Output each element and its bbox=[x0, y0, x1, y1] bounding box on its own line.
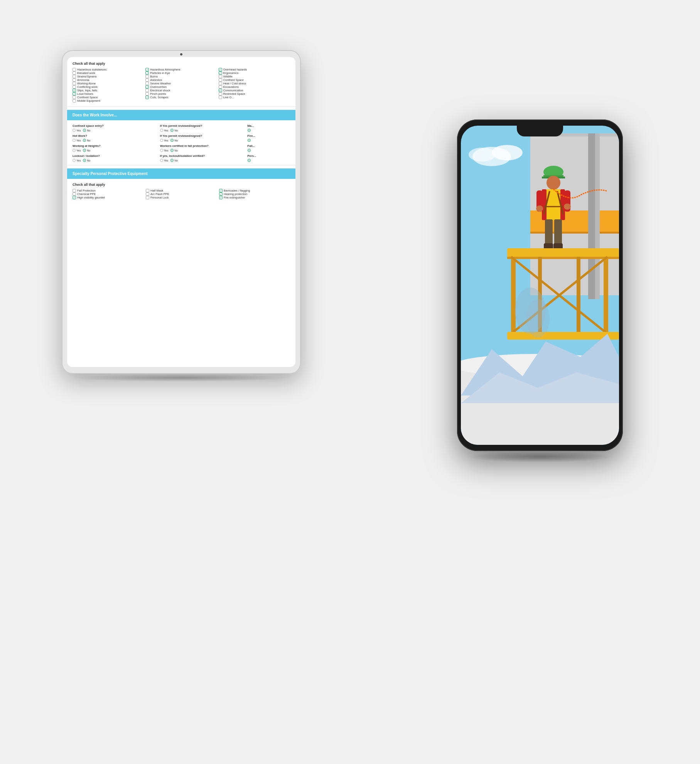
radio-yes[interactable] bbox=[160, 159, 163, 162]
checkbox-checked[interactable]: ✓ bbox=[219, 192, 223, 196]
checkbox[interactable] bbox=[219, 78, 222, 82]
work-question: Working at Heights? Yes No bbox=[73, 144, 158, 152]
checkbox[interactable] bbox=[73, 85, 76, 89]
work-question: If Yes permit reviewed/signed? Yes No bbox=[160, 134, 245, 142]
checkbox[interactable] bbox=[73, 71, 76, 75]
svg-point-25 bbox=[564, 204, 571, 210]
tablet-shadow bbox=[73, 374, 289, 382]
checkbox[interactable] bbox=[219, 82, 222, 85]
radio-selected[interactable] bbox=[248, 129, 251, 132]
radio-row: Yes No bbox=[73, 139, 158, 142]
ppe-col3: ✓ Barricades / flagging ✓ Hearing protec… bbox=[219, 189, 290, 199]
checkbox[interactable] bbox=[146, 189, 149, 192]
radio-no[interactable] bbox=[83, 149, 86, 152]
phone-shadow bbox=[467, 451, 613, 463]
radio-yes[interactable] bbox=[160, 139, 163, 142]
svg-rect-27 bbox=[554, 219, 562, 244]
checkbox[interactable] bbox=[145, 92, 149, 96]
work-question: Lockout / isolation? Yes No bbox=[73, 154, 158, 162]
radio-yes[interactable] bbox=[73, 129, 76, 132]
ppe-col1: Fall Protection Chemical PPE ✓ High visi… bbox=[73, 189, 143, 199]
radio-selected[interactable] bbox=[248, 149, 251, 152]
checkbox-checked[interactable]: ✓ bbox=[145, 96, 149, 99]
checkbox[interactable] bbox=[73, 82, 76, 85]
svg-rect-35 bbox=[577, 257, 580, 334]
list-item: ✓ Cuts, Scrapes bbox=[145, 96, 217, 99]
list-item: Elevated work bbox=[73, 71, 144, 75]
work-question-truncated: Fire... bbox=[248, 134, 290, 142]
checkbox-checked[interactable]: ✓ bbox=[73, 89, 76, 92]
list-item: Excavations bbox=[219, 85, 290, 89]
list-item: Wildlife bbox=[219, 75, 290, 78]
radio-no[interactable] bbox=[170, 149, 174, 152]
radio-no[interactable] bbox=[170, 159, 174, 162]
radio-yes[interactable] bbox=[160, 149, 163, 152]
checkbox[interactable] bbox=[146, 196, 149, 199]
checkbox-checked[interactable]: ✓ bbox=[73, 92, 76, 96]
checkbox-checked[interactable]: ✓ bbox=[219, 189, 223, 192]
list-item: Personal Lock bbox=[146, 196, 217, 199]
radio-row: Yes No bbox=[160, 159, 245, 162]
checkbox[interactable] bbox=[73, 75, 76, 78]
checkbox-checked[interactable]: ✓ bbox=[145, 71, 149, 75]
svg-point-24 bbox=[536, 205, 543, 212]
list-item: Working Alone bbox=[73, 82, 144, 85]
svg-rect-32 bbox=[511, 257, 516, 334]
checkbox[interactable] bbox=[145, 89, 149, 92]
work-question: Workers certified in fall protection? Ye… bbox=[160, 144, 245, 152]
checkbox-checked[interactable]: ✓ bbox=[145, 68, 149, 71]
checkbox[interactable] bbox=[73, 78, 76, 82]
checkbox-checked[interactable]: ✓ bbox=[219, 71, 222, 75]
radio-row: Yes No bbox=[73, 159, 158, 162]
checkbox[interactable] bbox=[219, 75, 222, 78]
checkbox[interactable] bbox=[145, 82, 149, 85]
list-item: ✓ Communication bbox=[219, 89, 290, 92]
radio-yes[interactable] bbox=[73, 149, 76, 152]
checkbox[interactable] bbox=[73, 99, 76, 103]
checkbox[interactable] bbox=[219, 96, 222, 99]
checkbox-checked[interactable]: ✓ bbox=[73, 196, 76, 199]
radio-no[interactable] bbox=[83, 129, 86, 132]
ppe-grid: Fall Protection Chemical PPE ✓ High visi… bbox=[73, 189, 290, 199]
checkbox[interactable] bbox=[219, 92, 222, 96]
work-question: If yes, lockout/isolation verified? Yes … bbox=[160, 154, 245, 162]
svg-rect-11 bbox=[595, 133, 600, 299]
radio-no[interactable] bbox=[83, 159, 86, 162]
radio-selected[interactable] bbox=[248, 159, 251, 162]
checkbox[interactable] bbox=[145, 75, 149, 78]
checkbox-checked[interactable]: ✓ bbox=[219, 196, 223, 199]
checkbox[interactable] bbox=[73, 192, 76, 196]
svg-point-2 bbox=[492, 145, 523, 160]
work-question-truncated: Ma... bbox=[248, 124, 290, 132]
work-question: If Yes permit reviewed/signed? Yes No bbox=[160, 124, 245, 132]
radio-row bbox=[248, 159, 290, 162]
radio-yes[interactable] bbox=[160, 129, 163, 132]
list-item: Mobile Equipment bbox=[73, 99, 144, 103]
list-item: ✓ Overhead hazards bbox=[219, 68, 290, 71]
checkbox[interactable] bbox=[73, 96, 76, 99]
tablet-camera bbox=[180, 53, 182, 56]
radio-selected[interactable] bbox=[248, 139, 251, 142]
list-item: ✓ Ergonomics bbox=[219, 71, 290, 75]
checkbox[interactable] bbox=[145, 78, 149, 82]
checkbox[interactable] bbox=[219, 85, 222, 89]
radio-yes[interactable] bbox=[73, 139, 76, 142]
list-item: Electrical shock bbox=[145, 89, 217, 92]
checkbox-checked[interactable]: ✓ bbox=[219, 68, 222, 71]
tablet-device: Check all that apply Hazardous substance… bbox=[62, 50, 301, 374]
checkbox-checked[interactable]: ✓ bbox=[145, 85, 149, 89]
checkbox[interactable] bbox=[73, 68, 76, 71]
does-work-banner: Does the Work Involve... bbox=[67, 110, 295, 120]
list-item: Fall Protection bbox=[73, 189, 143, 192]
radio-yes[interactable] bbox=[73, 159, 76, 162]
list-item: ✓ Hazardous Atmosphere bbox=[145, 68, 217, 71]
checkbox-checked[interactable]: ✓ bbox=[219, 89, 222, 92]
radio-no[interactable] bbox=[170, 139, 174, 142]
svg-point-44 bbox=[526, 299, 550, 338]
radio-no[interactable] bbox=[170, 129, 174, 132]
checkbox[interactable] bbox=[146, 192, 149, 196]
hazards-grid: Hazardous substances Elevated work Strai… bbox=[73, 68, 290, 103]
radio-row: Yes No bbox=[73, 129, 158, 132]
checkbox[interactable] bbox=[73, 189, 76, 192]
radio-no[interactable] bbox=[83, 139, 86, 142]
